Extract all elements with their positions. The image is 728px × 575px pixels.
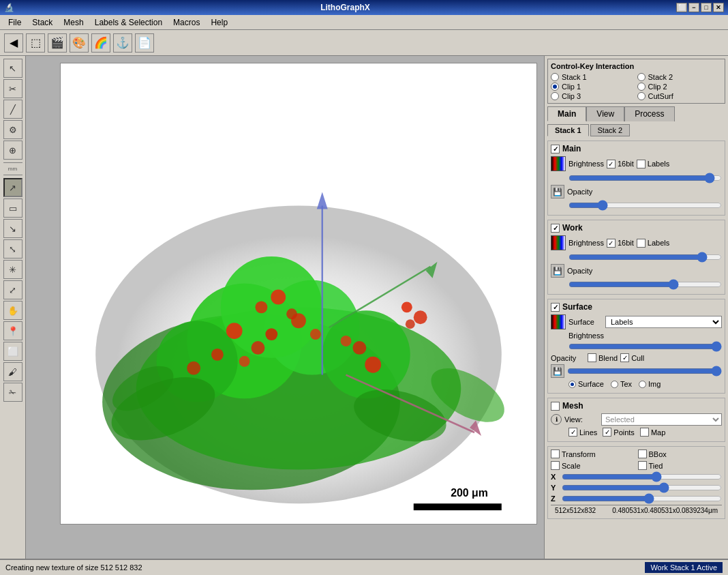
menu-macros[interactable]: Macros [168, 16, 205, 29]
tool-skew[interactable]: ⤡ [3, 239, 22, 259]
work-brightness-slider[interactable] [568, 252, 722, 262]
toolbar-back-btn[interactable]: ◀ [4, 33, 23, 53]
toolbar-video-btn[interactable]: 🎬 [48, 33, 67, 53]
menu-labels-selection[interactable]: Labels & Selection [89, 16, 168, 29]
z-slider[interactable] [562, 494, 722, 503]
tool-line[interactable]: ╱ [3, 100, 22, 119]
tab-view[interactable]: View [586, 106, 624, 121]
work-16bit-checkbox[interactable] [607, 239, 616, 248]
stack-tab-2[interactable]: Stack 2 [590, 124, 631, 136]
tied-checkbox[interactable] [638, 461, 647, 470]
surface-blend-checkbox[interactable] [588, 353, 596, 362]
mesh-map-checkbox[interactable] [640, 428, 649, 437]
tool-eraser[interactable]: ⬜ [3, 342, 22, 361]
tool-pointer[interactable]: ↗ [3, 178, 22, 197]
mesh-lines-check[interactable]: Lines [568, 428, 597, 437]
toolbar-document-btn[interactable]: 📄 [135, 33, 154, 53]
tex-radio[interactable]: Tex [611, 380, 632, 388]
maximize-btn[interactable]: □ [701, 3, 712, 12]
tool-magic-wand[interactable]: ⚙ [3, 120, 22, 139]
img-radio-btn[interactable] [639, 381, 646, 388]
mesh-lines-checkbox[interactable] [568, 428, 577, 437]
tool-cut2[interactable]: ✁ [3, 383, 22, 402]
work-opacity-slider[interactable] [568, 280, 722, 289]
surface-dropdown[interactable]: Labels None Color [605, 316, 722, 328]
close-btn[interactable]: ✕ [713, 3, 724, 12]
main-labels-checkbox[interactable] [637, 160, 646, 168]
toolbar-stack-btn[interactable]: ⬚ [26, 33, 45, 53]
surface-blend-check[interactable]: Blend [588, 353, 618, 362]
tool-brush[interactable]: 🖌 [3, 362, 22, 381]
radio-stack1[interactable] [551, 73, 559, 81]
x-slider[interactable] [562, 472, 722, 482]
stack-tab-1[interactable]: Stack 1 [547, 124, 589, 136]
surface-radio-btn[interactable] [568, 381, 576, 388]
menu-mesh[interactable]: Mesh [58, 16, 89, 29]
work-16bit-check[interactable]: 16bit [607, 239, 634, 248]
tool-arrow[interactable]: ↖ [3, 59, 22, 78]
radio-clip1[interactable] [551, 83, 559, 91]
mesh-view-select[interactable]: Selected [601, 413, 722, 426]
work-color-swatch[interactable] [551, 235, 566, 250]
main-brightness-label: Brightness [568, 160, 604, 168]
tool-transform[interactable]: ⊕ [3, 141, 22, 160]
main-color-swatch[interactable] [551, 156, 566, 171]
toolbar-anchor-btn[interactable]: ⚓ [113, 33, 132, 53]
canvas-viewport[interactable]: 200 μm [60, 63, 537, 525]
menu-help[interactable]: Help [205, 16, 233, 29]
surface-cull-checkbox[interactable] [620, 353, 629, 362]
tab-main[interactable]: Main [547, 106, 586, 121]
main-16bit-checkbox[interactable] [607, 160, 616, 168]
work-labels-check[interactable]: Labels [637, 239, 669, 248]
radio-clip3[interactable] [551, 92, 559, 100]
mesh-checkbox[interactable] [551, 402, 560, 411]
mesh-points-checkbox[interactable] [603, 428, 611, 437]
scale-checkbox[interactable] [551, 461, 560, 470]
main-labels-check[interactable]: Labels [637, 160, 669, 168]
surface-opacity-slider[interactable] [567, 366, 722, 376]
tex-radio-btn[interactable] [611, 381, 618, 388]
mesh-points-check[interactable]: Points [603, 428, 635, 437]
bbox-checkbox[interactable] [638, 449, 647, 458]
mesh-map-check[interactable]: Map [640, 428, 665, 437]
scale-check[interactable]: Scale [551, 461, 635, 470]
main-checkbox[interactable] [551, 145, 560, 153]
minimize-btn[interactable]: − [688, 3, 699, 12]
y-slider[interactable] [562, 483, 722, 492]
radio-cutsurf[interactable] [637, 92, 646, 100]
main-brightness-slider[interactable] [568, 173, 722, 183]
surface-color-swatch[interactable] [551, 314, 566, 329]
restore-btn[interactable]: ⬜ [676, 3, 687, 12]
main-16bit-check[interactable]: 16bit [607, 160, 634, 168]
tool-star[interactable]: ✳ [3, 260, 22, 279]
work-floppy-btn[interactable]: 💾 [551, 264, 564, 278]
tool-cut1[interactable]: ✂ [3, 79, 22, 98]
surface-checkbox[interactable] [551, 303, 560, 312]
surface-radio-surface[interactable]: Surface [568, 380, 604, 388]
work-checkbox[interactable] [551, 224, 560, 233]
surface-cull-check[interactable]: Cull [620, 353, 644, 362]
radio-stack2[interactable] [637, 73, 646, 81]
menu-stack[interactable]: Stack [27, 16, 58, 29]
main-opacity-slider[interactable] [568, 201, 722, 210]
transform-checkbox[interactable] [551, 449, 560, 458]
work-labels-checkbox[interactable] [637, 239, 646, 248]
tool-pin[interactable]: 📍 [3, 321, 22, 340]
toolbar-palette-btn[interactable]: 🎨 [70, 33, 89, 53]
img-radio[interactable]: Img [639, 380, 661, 388]
radio-clip2[interactable] [637, 83, 646, 91]
surface-floppy-btn[interactable]: 💾 [551, 364, 564, 378]
tied-check[interactable]: Tied [638, 461, 723, 470]
surface-brightness-slider[interactable] [568, 342, 722, 351]
tool-diagonal[interactable]: ↘ [3, 219, 22, 238]
transform-check[interactable]: Transform [551, 449, 635, 458]
bbox-check[interactable]: BBox [638, 449, 723, 458]
tool-rect[interactable]: ▭ [3, 198, 22, 218]
toolbar-colors-btn[interactable]: 🌈 [91, 33, 110, 53]
tool-hand[interactable]: ✋ [3, 301, 22, 320]
menu-file[interactable]: File [3, 16, 27, 29]
mesh-info-icon[interactable]: ℹ [551, 414, 562, 425]
main-floppy-btn[interactable]: 💾 [551, 185, 564, 198]
tool-expand[interactable]: ⤢ [3, 280, 22, 299]
tab-process[interactable]: Process [624, 106, 674, 121]
